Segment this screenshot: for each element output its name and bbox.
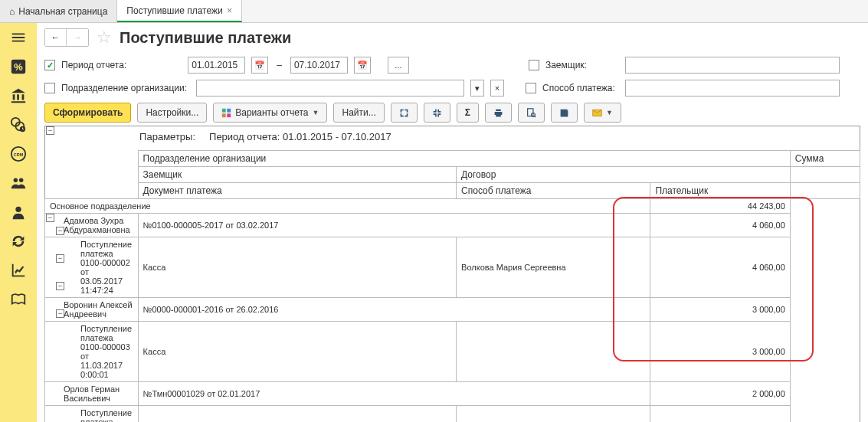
- chevron-down-icon: ▼: [606, 109, 613, 116]
- find-button[interactable]: Найти...: [333, 103, 384, 123]
- table-row[interactable]: Поступление платежа 0100-000003 от 11.03…: [45, 322, 860, 382]
- cell-mid: №0100-000005-2017 от 03.02.2017: [138, 214, 650, 237]
- tab-home-label: Начальная страница: [18, 6, 107, 17]
- report-table: − − − − − − Параметры: Период отчета: 01…: [44, 126, 860, 422]
- person-icon[interactable]: [8, 202, 28, 222]
- tree-toggle[interactable]: −: [56, 282, 64, 290]
- header-paydoc: Документ платежа: [138, 183, 456, 199]
- header-paymethod: Способ платежа: [457, 183, 650, 199]
- svg-rect-11: [228, 108, 231, 112]
- tree-toggle[interactable]: −: [46, 126, 54, 135]
- header-borrower: Заемщик: [138, 167, 456, 183]
- cell-mid: Касса: [138, 237, 456, 298]
- print-button[interactable]: [485, 103, 512, 123]
- table-row[interactable]: Адамова Зухра Абдурахмановна№0100-000005…: [45, 214, 860, 237]
- cell-sum: 44 243,00: [650, 199, 790, 214]
- settings-button[interactable]: Настройки...: [137, 103, 207, 123]
- sum-button[interactable]: Σ: [457, 103, 479, 123]
- tabs-bar: ⌂ Начальная страница Поступившие платежи…: [0, 0, 868, 23]
- forward-button[interactable]: →: [67, 29, 88, 46]
- cell-sum: 3 000,00: [650, 298, 790, 322]
- tab-payments-label: Поступившие платежи: [126, 5, 222, 16]
- cell-sum: 2 000,00: [650, 406, 790, 423]
- people-icon[interactable]: [8, 173, 28, 193]
- tab-home[interactable]: ⌂ Начальная страница: [0, 0, 117, 22]
- save-icon: [559, 108, 569, 118]
- svg-rect-13: [228, 113, 231, 117]
- refresh-icon[interactable]: [8, 231, 28, 251]
- generate-button[interactable]: Сформировать: [44, 103, 131, 123]
- cell-name: Основное подразделение: [45, 199, 650, 214]
- date-to-input[interactable]: 07.10.2017: [290, 57, 348, 74]
- close-icon[interactable]: ×: [227, 5, 233, 16]
- percent-icon[interactable]: %: [8, 57, 28, 77]
- period-checkbox[interactable]: [44, 60, 55, 70]
- tree-toggle[interactable]: −: [56, 254, 64, 263]
- print-icon: [493, 108, 503, 118]
- menu-icon[interactable]: [8, 28, 28, 47]
- expand-icon: [399, 108, 409, 118]
- borrower-input[interactable]: [625, 57, 840, 74]
- chevron-down-icon: ▼: [313, 109, 319, 116]
- table-row[interactable]: Поступление платежа 0100-000002 от 03.05…: [45, 237, 860, 298]
- chart-icon[interactable]: [8, 260, 28, 280]
- svg-rect-14: [528, 108, 533, 116]
- star-icon[interactable]: ☆: [97, 28, 112, 47]
- table-row[interactable]: Основное подразделение44 243,00: [45, 199, 860, 214]
- svg-point-8: [19, 178, 23, 183]
- cell-name: Поступление платежа 0100-000008 от 25.01…: [45, 406, 139, 423]
- paymethod-input[interactable]: [625, 80, 840, 97]
- paymethod-checkbox[interactable]: [526, 83, 536, 93]
- table-row[interactable]: Орлов Герман Васильевич№Тмн00001029 от 0…: [45, 382, 860, 406]
- sigma-icon: Σ: [465, 107, 470, 118]
- bank-icon[interactable]: [8, 86, 28, 106]
- calendar-from-icon[interactable]: 📅: [251, 57, 268, 74]
- tree-toggle[interactable]: −: [56, 227, 64, 235]
- svg-text:%: %: [14, 61, 23, 73]
- cell-payer: [457, 322, 650, 382]
- toolbar: Сформировать Настройки... Варианты отчет…: [44, 103, 860, 123]
- period-ellipsis-button[interactable]: ...: [388, 57, 409, 74]
- books-icon[interactable]: [8, 290, 28, 309]
- cell-mid: №0000-000001-2016 от 26.02.2016: [138, 298, 650, 322]
- borrower-label: Заемщик:: [545, 60, 587, 70]
- money-time-icon[interactable]: [8, 115, 28, 135]
- orgdiv-clear-icon[interactable]: ×: [490, 80, 504, 97]
- calendar-to-icon[interactable]: 📅: [354, 57, 371, 74]
- params-text: Период отчета: 01.01.2015 - 07.10.2017: [209, 131, 391, 142]
- cell-payer: Волкова Мария Сергеевна: [457, 237, 650, 298]
- cell-mid: Через кассу: [138, 406, 456, 423]
- orgdiv-input[interactable]: [196, 80, 464, 97]
- borrower-checkbox[interactable]: [529, 60, 539, 70]
- header-orgdiv: Подразделение организации: [138, 151, 790, 167]
- collapse-button[interactable]: [424, 103, 450, 123]
- tab-payments[interactable]: Поступившие платежи ×: [117, 0, 242, 22]
- params-label: Параметры:: [139, 131, 195, 142]
- crm-icon[interactable]: CRM: [8, 144, 28, 164]
- orgdiv-dropdown-icon[interactable]: ▾: [470, 80, 484, 97]
- svg-rect-10: [222, 108, 226, 112]
- dash: –: [274, 60, 284, 70]
- orgdiv-label: Подразделение организации:: [61, 83, 187, 93]
- save-button[interactable]: [551, 103, 578, 123]
- svg-text:CRM: CRM: [14, 152, 24, 157]
- svg-rect-12: [222, 113, 226, 117]
- preview-button[interactable]: [518, 103, 545, 123]
- back-button[interactable]: ←: [45, 29, 67, 46]
- tree-toggle[interactable]: −: [56, 309, 64, 318]
- variants-button[interactable]: Варианты отчета ▼: [213, 103, 327, 123]
- table-row[interactable]: Поступление платежа 0100-000008 от 25.01…: [45, 406, 860, 423]
- mail-button[interactable]: ▼: [584, 103, 621, 123]
- expand-button[interactable]: [391, 103, 418, 123]
- orgdiv-checkbox[interactable]: [44, 83, 55, 93]
- content: ← → ☆ Поступившие платежи Период отчета:…: [37, 23, 868, 422]
- cell-sum: 3 000,00: [650, 322, 790, 382]
- table-row[interactable]: Воронин Алексей Андреевич№0000-000001-20…: [45, 298, 860, 322]
- tree-toggle[interactable]: −: [46, 214, 54, 222]
- date-from-input[interactable]: 01.01.2015: [188, 57, 245, 74]
- header-contract: Договор: [457, 167, 791, 183]
- collapse-icon: [432, 108, 442, 118]
- page-title: Поступившие платежи: [120, 29, 291, 47]
- sidebar: % CRM: [0, 23, 37, 422]
- cell-name: Поступление платежа 0100-000003 от 11.03…: [45, 322, 139, 382]
